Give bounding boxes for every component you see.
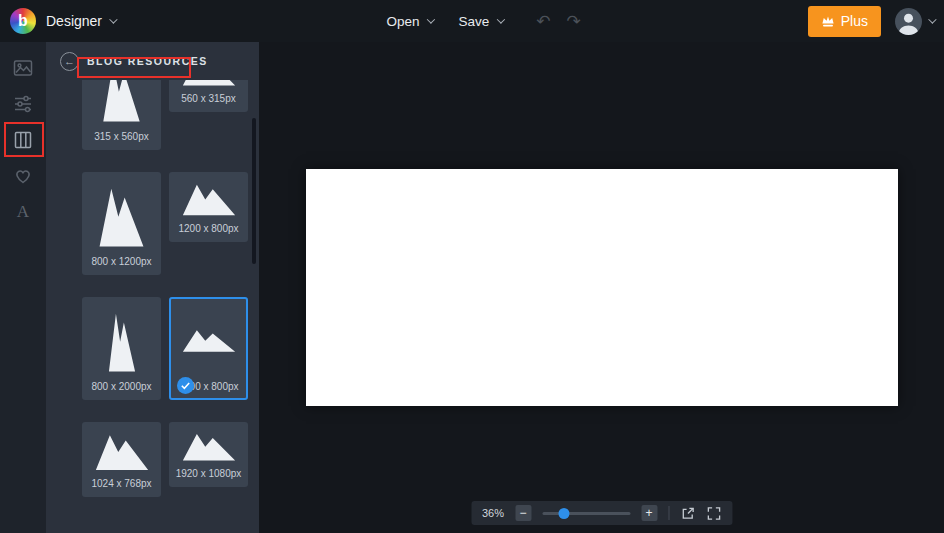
text-tool-icon: A	[17, 202, 29, 221]
befunky-logo-icon[interactable]: b	[10, 8, 36, 34]
back-button[interactable]: ←	[60, 52, 79, 71]
chevron-down-icon	[496, 15, 504, 23]
template-thumbnail	[181, 430, 237, 462]
template-size-label: 1200 x 800px	[178, 223, 238, 234]
chevron-down-icon	[427, 15, 435, 23]
image-icon	[13, 58, 33, 78]
mountain-icon	[94, 430, 150, 472]
app-mode-menu[interactable]: Designer	[46, 13, 115, 29]
open-menu-button[interactable]: Open	[387, 14, 433, 29]
panel-scroll: 315 x 560px 560 x 315px 800 x 1200px	[46, 80, 259, 497]
template-size-label: 315 x 560px	[94, 131, 149, 142]
zoom-slider-track	[542, 512, 630, 515]
template-card[interactable]: 560 x 315px	[169, 80, 248, 112]
topbar: b Designer Open Save ↶ ↷	[0, 0, 944, 42]
template-card[interactable]: 1920 x 1080px	[169, 422, 248, 487]
panel-title: BLOG RESOURCES	[87, 55, 208, 67]
scrollbar-thumb[interactable]	[252, 118, 256, 264]
crown-icon	[821, 15, 835, 28]
designer-app: b Designer Open Save ↶ ↷	[0, 0, 944, 533]
zoom-slider-knob[interactable]	[558, 508, 569, 519]
mountain-icon	[181, 430, 237, 462]
upgrade-plus-button[interactable]: Plus	[808, 6, 881, 37]
mountain-icon	[181, 327, 237, 353]
redo-icon[interactable]: ↷	[567, 13, 581, 30]
template-thumbnail	[181, 180, 237, 217]
template-size-label: 800 x 1200px	[91, 256, 151, 267]
mountain-icon	[181, 80, 237, 87]
template-size-label: 800 x 2000px	[91, 381, 151, 392]
template-thumbnail	[94, 430, 150, 472]
sliders-icon	[13, 94, 33, 114]
fit-screen-button[interactable]	[706, 506, 721, 521]
preview-button[interactable]	[680, 506, 695, 521]
plus-label: Plus	[841, 13, 868, 29]
template-size-label: 1920 x 1080px	[176, 468, 242, 479]
sidebar-item-image[interactable]	[13, 58, 33, 78]
template-card[interactable]: 1024 x 768px	[82, 422, 161, 497]
heart-icon	[13, 166, 33, 186]
template-card[interactable]: 800 x 2000px	[82, 297, 161, 400]
template-thumbnail	[108, 305, 136, 375]
columns-icon	[13, 130, 33, 150]
template-card[interactable]: 1200 x 800px	[169, 172, 248, 242]
zoom-in-button[interactable]: +	[641, 505, 657, 521]
sidebar-item-favorites[interactable]	[13, 166, 33, 186]
zoom-slider[interactable]	[542, 506, 630, 520]
template-card[interactable]: 315 x 560px	[82, 80, 161, 150]
logo-letter: b	[18, 13, 28, 29]
mountain-icon	[98, 180, 145, 250]
minus-icon: −	[520, 507, 527, 519]
chevron-down-icon	[109, 15, 117, 23]
panel-header: ← BLOG RESOURCES	[46, 42, 259, 80]
fit-screen-icon	[706, 506, 721, 521]
chevron-down-icon	[928, 15, 936, 23]
undo-icon[interactable]: ↶	[536, 13, 550, 30]
tool-rail: A	[0, 42, 46, 533]
plus-icon: +	[646, 507, 653, 519]
mountain-icon	[108, 305, 136, 375]
mountain-icon	[181, 180, 237, 217]
zoom-out-button[interactable]: −	[515, 505, 531, 521]
template-grid: 315 x 560px 560 x 315px 800 x 1200px	[82, 80, 259, 497]
back-arrow-icon: ←	[64, 55, 75, 67]
topbar-right: Plus	[808, 6, 934, 37]
sidebar-item-adjust[interactable]	[13, 94, 33, 114]
history-controls: ↶ ↷	[536, 13, 581, 30]
topbar-center: Open Save ↶ ↷	[387, 0, 581, 42]
template-thumbnail	[102, 80, 141, 125]
sidebar-item-text[interactable]: A	[13, 202, 33, 222]
design-canvas[interactable]	[306, 169, 898, 406]
template-card[interactable]: 2000 x 800px	[169, 297, 248, 400]
mountain-icon	[102, 80, 141, 125]
template-thumbnail	[98, 180, 145, 250]
template-size-label: 1024 x 768px	[91, 478, 151, 489]
zoom-level: 36%	[482, 507, 504, 519]
save-label: Save	[459, 14, 490, 29]
app-mode-label: Designer	[46, 13, 102, 29]
zoom-toolbar: 36% − +	[471, 501, 732, 525]
avatar	[895, 8, 922, 35]
main-area: A ← BLOG RESOURCES 315 x 560px	[0, 42, 944, 533]
template-thumbnail	[181, 80, 237, 87]
selected-check-icon	[177, 377, 194, 394]
open-label: Open	[387, 14, 420, 29]
account-menu[interactable]	[895, 8, 934, 35]
save-menu-button[interactable]: Save	[459, 14, 503, 29]
templates-panel: ← BLOG RESOURCES 315 x 560px 560 x 315px	[46, 42, 259, 533]
canvas-area: 36% − +	[259, 42, 944, 533]
template-size-label: 560 x 315px	[181, 93, 236, 104]
template-card[interactable]: 800 x 1200px	[82, 172, 161, 275]
template-thumbnail	[181, 305, 237, 375]
sidebar-item-templates[interactable]	[13, 130, 33, 150]
panel-body: 315 x 560px 560 x 315px 800 x 1200px	[46, 80, 259, 533]
preview-export-icon	[680, 506, 695, 521]
user-icon	[895, 8, 922, 35]
toolbar-divider	[668, 506, 669, 520]
